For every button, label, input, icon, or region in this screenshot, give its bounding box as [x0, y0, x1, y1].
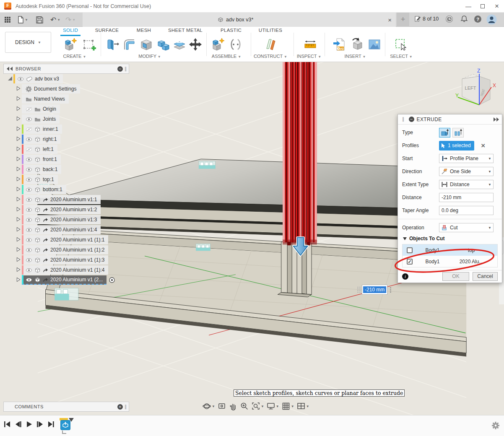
browser-item-2020-aluminium-v1-4[interactable]: 2020 Aluminium v1:4	[3, 225, 129, 235]
viewport-3d[interactable]: LEFT FRONT Y X Z BROWSER − ∥ adv box v3D…	[0, 62, 504, 415]
taper-angle-input[interactable]: 0.0 deg	[439, 206, 494, 215]
expand-icon[interactable]	[15, 256, 22, 264]
create-solid-icon[interactable]	[63, 37, 78, 52]
expand-icon[interactable]	[15, 266, 22, 274]
activate-component-radio[interactable]	[109, 277, 115, 283]
profiles-selected-button[interactable]: 1 selected	[439, 141, 474, 151]
dialog-expand-icon[interactable]	[493, 117, 499, 122]
extrude-type-thin-button[interactable]	[452, 128, 464, 138]
orbit-icon[interactable]: ▼	[202, 402, 215, 411]
create-sketch-icon[interactable]	[81, 37, 96, 52]
ok-button[interactable]: OK	[442, 272, 469, 281]
file-menu-button[interactable]: ▼	[18, 15, 28, 25]
input-drag-grip[interactable]	[357, 285, 361, 294]
insert-svg-icon[interactable]: SVG	[333, 37, 348, 52]
browser-item-named-views[interactable]: Named Views	[3, 94, 129, 104]
browser-item-chip[interactable]: 2020 Aluminium v1 (2...	[22, 275, 107, 285]
browser-item-chip[interactable]: 2020 Aluminium v1:1	[22, 195, 101, 204]
browser-item-2020-aluminium-v1-1-1[interactable]: 2020 Aluminium v1 (1):1	[3, 235, 129, 245]
browser-item-chip[interactable]: Named Views	[22, 94, 69, 104]
timeline-settings-gear-icon[interactable]	[491, 421, 500, 431]
group-label-inspect[interactable]: INSPECT ▼	[297, 54, 321, 59]
canvas-icon[interactable]	[367, 37, 382, 52]
close-tab-icon[interactable]: ×	[388, 16, 392, 23]
expand-icon[interactable]	[15, 156, 22, 163]
pan-icon[interactable]	[229, 402, 238, 411]
browser-item-back-1[interactable]: back:1	[3, 164, 129, 174]
browser-item-2020-aluminium-v1-1-4[interactable]: 2020 Aluminium v1 (1):4	[3, 265, 129, 275]
expand-icon[interactable]	[15, 166, 22, 173]
browser-item-chip[interactable]: 2020 Aluminium v1:3	[22, 215, 101, 224]
input-options-icon[interactable]	[390, 287, 391, 293]
workspace-switcher[interactable]: DESIGN▼	[5, 32, 51, 53]
collapse-panel-icon[interactable]	[6, 67, 13, 71]
objects-to-cut-header[interactable]: Objects To Cut	[403, 236, 497, 241]
eye-visible-icon[interactable]	[26, 137, 32, 142]
eye-hidden-icon[interactable]	[26, 127, 32, 132]
ground-radio-icon[interactable]	[109, 277, 115, 283]
expand-icon[interactable]	[15, 206, 22, 213]
expand-icon[interactable]	[15, 246, 22, 254]
browser-item-chip[interactable]: adv box v3	[13, 74, 63, 83]
extrude-type-solid-button[interactable]	[439, 128, 450, 138]
browser-item-joints[interactable]: Joints	[3, 114, 129, 124]
group-label-modify[interactable]: MODIFY ▼	[138, 54, 161, 59]
eye-visible-icon[interactable]	[26, 228, 32, 232]
browser-item-2020-aluminium-v1-1-3[interactable]: 2020 Aluminium v1 (1):3	[3, 255, 129, 265]
viewports-icon[interactable]: ▼	[296, 402, 309, 411]
browser-item-top-1[interactable]: top:1	[3, 174, 129, 184]
step-forward-icon[interactable]	[36, 420, 44, 430]
expand-icon[interactable]	[15, 276, 22, 284]
object-row-top[interactable]: Body1 top	[403, 244, 497, 256]
eye-visible-icon[interactable]	[26, 177, 32, 182]
browser-item-chip[interactable]: Document Settings	[22, 84, 80, 93]
panel-minus-icon[interactable]: −	[117, 66, 123, 72]
expand-icon[interactable]	[15, 125, 22, 133]
browser-item-chip[interactable]: inner:1	[22, 125, 62, 134]
browser-item-origin[interactable]: Origin	[3, 104, 129, 114]
operation-dropdown[interactable]: Cut▼	[439, 223, 494, 232]
construct-plane-icon[interactable]	[263, 37, 278, 52]
browser-item-chip[interactable]: 2020 Aluminium v1 (1):4	[22, 265, 108, 275]
object-row-aluminium[interactable]: ✓ Body1 2020 Alu...	[403, 256, 497, 267]
browser-item-right-1[interactable]: right:1	[3, 134, 129, 144]
tab-solid[interactable]: SOLID	[63, 28, 78, 35]
go-to-end-icon[interactable]	[47, 420, 55, 430]
combine-icon[interactable]	[156, 37, 171, 52]
display-settings-icon[interactable]: ▼	[266, 402, 279, 411]
cancel-button[interactable]: Cancel	[473, 272, 498, 281]
extrude-cut-preview[interactable]	[283, 62, 317, 245]
eye-visible-icon[interactable]	[26, 117, 32, 122]
tab-mesh[interactable]: MESH	[137, 28, 151, 35]
browser-item-chip[interactable]: Joints	[22, 114, 60, 124]
select-icon[interactable]	[393, 37, 408, 52]
extent-type-dropdown[interactable]: Distance▼	[439, 180, 494, 189]
eye-visible-icon[interactable]	[26, 187, 32, 192]
browser-item-2020-aluminium-v1-2[interactable]: 2020 Aluminium v1:2	[3, 205, 129, 215]
browser-item-chip[interactable]: top:1	[22, 175, 58, 184]
info-icon[interactable]: i	[402, 273, 408, 280]
browser-header[interactable]: BROWSER − ∥	[3, 64, 129, 74]
notifications-bell-icon[interactable]	[460, 15, 468, 25]
browser-item-2020-aluminium-v1-3[interactable]: 2020 Aluminium v1:3	[3, 215, 129, 225]
timeline-extrude-feature[interactable]	[60, 418, 76, 435]
eye-visible-icon[interactable]	[26, 197, 32, 202]
expand-icon[interactable]	[15, 176, 22, 183]
comments-drag-handle[interactable]: ∥	[125, 404, 127, 410]
eye-visible-icon[interactable]	[26, 268, 32, 272]
eye-visible-icon[interactable]	[26, 218, 32, 222]
eye-visible-icon[interactable]	[26, 248, 32, 252]
direction-dropdown[interactable]: One Side▼	[439, 167, 494, 176]
new-tab-button[interactable]: +	[397, 13, 409, 27]
expand-open-icon[interactable]	[7, 75, 13, 83]
browser-item-chip[interactable]: Origin	[22, 104, 60, 114]
checkbox-unchecked[interactable]	[407, 247, 413, 253]
look-at-icon[interactable]	[217, 402, 226, 411]
expand-icon[interactable]	[15, 135, 22, 143]
comments-header[interactable]: COMMENTS + ∥	[3, 402, 129, 412]
minimize-button[interactable]: —	[461, 0, 475, 12]
browser-item-chip[interactable]: bottom:1	[22, 185, 66, 194]
play-icon[interactable]	[25, 420, 33, 430]
group-label-select[interactable]: SELECT ▼	[390, 54, 413, 59]
add-comment-icon[interactable]: +	[117, 404, 123, 410]
